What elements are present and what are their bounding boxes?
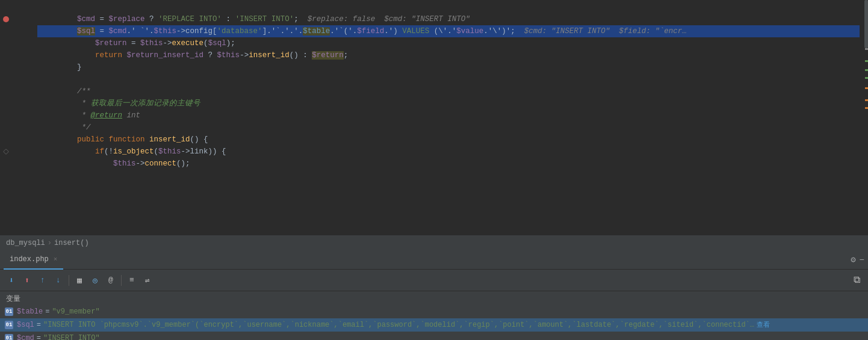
breadcrumb-arrow: ›	[48, 239, 52, 247]
scroll-thumb[interactable]	[864, 0, 868, 48]
code-lines[interactable]: $cmd = $replace ? 'REPLACE INTO' : 'INSE…	[37, 0, 860, 235]
ln-3	[14, 25, 33, 37]
var-row-sql[interactable]: 01 $sql = "INSERT INTO `phpcmsv9`.`v9_me…	[0, 318, 868, 332]
bp-line-blank	[0, 73, 12, 85]
var-icon-sql: 01	[5, 321, 13, 329]
bp-line-13	[0, 158, 12, 170]
bp-line-10	[0, 122, 12, 134]
settings-icon[interactable]: ⚙	[851, 255, 855, 265]
var-icon-table: 01	[5, 308, 13, 316]
ln-6	[14, 61, 33, 73]
mm-mark-11	[865, 107, 868, 109]
code-line-comment-zh: * 获取最后一次添加记录的主键号	[37, 85, 860, 97]
var-eq-cmd: =	[37, 332, 41, 340]
var-name-table: $table	[17, 305, 43, 318]
ln-7	[14, 85, 33, 97]
ln-1	[14, 1, 33, 13]
mm-mark-8	[865, 77, 868, 79]
breadcrumb-class: db_mysqli	[6, 239, 45, 247]
ln-12	[14, 146, 33, 158]
ln-5	[14, 49, 33, 61]
bp-line-9	[0, 110, 12, 122]
code-line-cmd: $cmd = $replace ? 'REPLACE INTO' : 'INSE…	[37, 1, 860, 13]
section-label-vars: 变量	[0, 291, 868, 305]
tab-label: index.php	[10, 255, 49, 264]
var-replace: $replace	[109, 15, 145, 23]
ln-4	[14, 37, 33, 49]
var-name-cmd: $cmd	[17, 332, 34, 340]
ln-8	[14, 97, 33, 110]
bp-line-8	[0, 97, 12, 110]
bottom-panel: index.php × ⚙ − ⬇ ⬆ ↑ ↓ ▦ ◎ @ ≡ ⇌ ⧉	[0, 250, 868, 340]
tab-index-php[interactable]: index.php ×	[4, 250, 63, 270]
target-icon[interactable]: ◎	[88, 274, 102, 287]
var-icon-cmd: 01	[5, 334, 13, 340]
var-row-cmd[interactable]: 01 $cmd = "INSERT INTO"	[0, 332, 868, 340]
bp-line-7	[0, 85, 12, 97]
at-icon[interactable]: @	[104, 274, 117, 287]
ln-9	[14, 110, 33, 122]
ln-11	[14, 134, 33, 146]
editor-container: $cmd = $replace ? 'REPLACE INTO' : 'INSE…	[0, 0, 868, 340]
bottom-tab-bar: index.php × ⚙ −	[0, 250, 868, 270]
ln-blank	[14, 73, 33, 85]
tab-close-button[interactable]: ×	[54, 256, 58, 263]
bp-line-3	[0, 25, 12, 37]
minimap-scrollbar[interactable]	[860, 0, 868, 235]
var-row-table[interactable]: 01 $table = "v9_member"	[0, 305, 868, 318]
var-val-cmd: "INSERT INTO"	[43, 332, 100, 340]
ln-10	[14, 122, 33, 134]
bp-line-1	[0, 1, 12, 13]
toolbar-separator-2	[121, 275, 122, 286]
bookmark-icon	[3, 149, 9, 155]
var-eq-table: =	[45, 305, 49, 318]
mm-mark-7	[865, 69, 868, 71]
mm-mark-9	[865, 87, 868, 89]
line-numbers	[12, 0, 37, 235]
upload-icon[interactable]: ⬆	[20, 274, 34, 287]
bp-line-4	[0, 37, 12, 49]
breadcrumb-method: insert()	[54, 239, 89, 247]
ln-2	[14, 13, 33, 25]
code-line-jsdoc-close: */	[37, 110, 860, 122]
mm-mark-10	[865, 99, 868, 101]
bp-line-11	[0, 134, 12, 146]
toolbar-separator-1	[69, 275, 69, 286]
bp-line-2	[0, 13, 12, 25]
var-val-sql: "INSERT INTO `phpcmsv9`.`v9_member`(`enc…	[43, 318, 754, 332]
code-line-blank	[37, 61, 860, 73]
code-editor[interactable]: $cmd = $replace ? 'REPLACE INTO' : 'INSE…	[0, 0, 868, 235]
var-cmd: $cmd	[77, 15, 95, 23]
filter-icon[interactable]: ⇌	[141, 274, 154, 287]
variables-list: 01 $table = "v9_member" 01 $sql = "INSER…	[0, 305, 868, 340]
step-into-icon[interactable]: ↓	[52, 274, 65, 287]
mm-mark-6	[865, 60, 868, 62]
code-line-fn-insert-id: public function insert_id() {	[37, 122, 860, 134]
bp-line-5	[0, 49, 12, 61]
breadcrumb-bar: db_mysqli › insert()	[0, 235, 868, 250]
mm-mark-5	[865, 48, 868, 50]
var-eq-sql: =	[37, 318, 41, 332]
breakpoints-gutter	[0, 0, 12, 235]
ln-13	[14, 158, 33, 170]
code-line-jsdoc-open: /**	[37, 73, 860, 85]
var-name-sql: $sql	[17, 318, 34, 332]
download-icon[interactable]: ⬇	[5, 274, 18, 287]
var-val-table: "v9_member"	[52, 305, 99, 318]
tab-list: index.php ×	[4, 250, 63, 270]
var-more-link-sql[interactable]: 查看	[757, 318, 770, 332]
table-icon[interactable]: ▦	[73, 274, 86, 287]
debug-toolbar: ⬇ ⬆ ↑ ↓ ▦ ◎ @ ≡ ⇌ ⧉	[0, 270, 868, 291]
step-up-icon[interactable]: ↑	[36, 274, 49, 287]
breakpoint-dot	[3, 16, 9, 22]
tab-actions: ⚙ −	[851, 255, 864, 265]
list-icon[interactable]: ≡	[125, 274, 138, 287]
bp-line-6	[0, 61, 12, 73]
minimize-icon[interactable]: −	[860, 255, 864, 265]
panel-float-icon[interactable]: ⧉	[850, 274, 863, 287]
bp-line-12	[0, 146, 12, 158]
